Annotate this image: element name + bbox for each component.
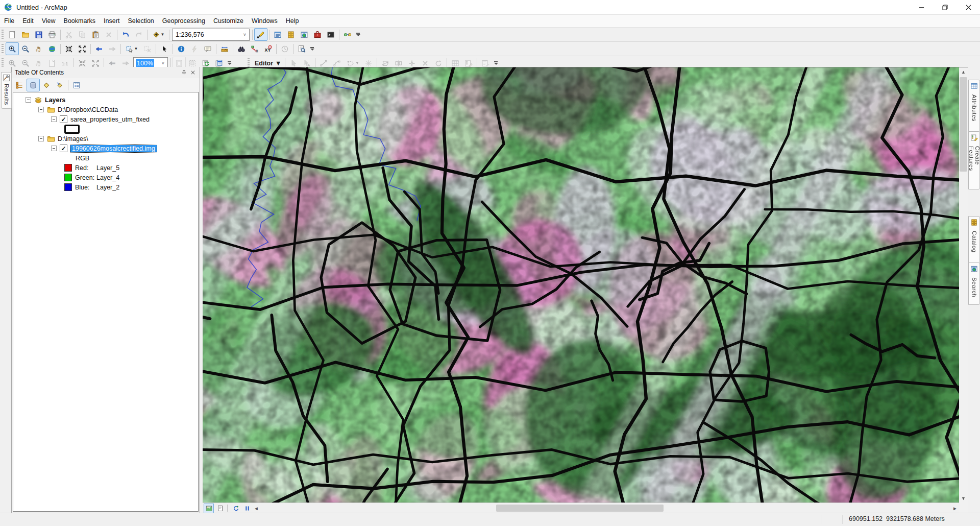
tree-row-layers[interactable]: Layers xyxy=(13,95,198,105)
undo-button[interactable] xyxy=(119,28,132,41)
pause-drawing-button[interactable] xyxy=(242,504,252,513)
vscroll-up-arrow[interactable]: ▲ xyxy=(959,67,968,76)
list-by-visibility-button[interactable] xyxy=(40,79,53,91)
hscroll-right-arrow[interactable]: ► xyxy=(951,504,959,512)
go-to-xy-button[interactable]: XY xyxy=(261,42,275,55)
list-by-drawing-order-button[interactable] xyxy=(13,79,27,91)
collapse-icon[interactable] xyxy=(51,116,57,122)
measure-button[interactable] xyxy=(218,42,231,55)
vertical-scrollbar[interactable]: ▲ ▼ xyxy=(959,67,968,513)
toolbar-overflow-button[interactable] xyxy=(309,43,315,55)
dock-tab-create-features[interactable]: Create Features xyxy=(968,131,980,189)
search-window-button[interactable] xyxy=(298,28,311,41)
menu-customize[interactable]: Customize xyxy=(209,16,248,26)
time-slider-button[interactable] xyxy=(278,42,291,55)
full-extent-button[interactable] xyxy=(45,42,59,55)
clear-selected-features-button[interactable] xyxy=(141,42,154,55)
add-data-button[interactable]: ▼ xyxy=(149,28,167,41)
table-of-contents-window-button[interactable] xyxy=(271,28,284,41)
open-button[interactable] xyxy=(19,28,32,41)
refresh-view-button[interactable] xyxy=(231,504,241,513)
menu-insert[interactable]: Insert xyxy=(100,16,124,26)
raster-layer-label-selected[interactable]: 19960626mosaicrectified.img xyxy=(70,145,157,152)
menu-edit[interactable]: Edit xyxy=(18,16,38,26)
vscroll-down-arrow[interactable]: ▼ xyxy=(959,494,968,503)
layer-checkbox[interactable]: ✓ xyxy=(60,145,67,152)
identify-button[interactable] xyxy=(175,42,188,55)
toc-close-icon[interactable] xyxy=(188,68,198,77)
delete-button[interactable] xyxy=(102,28,115,41)
menu-view[interactable]: View xyxy=(38,16,60,26)
html-popup-button[interactable] xyxy=(201,42,214,55)
tree-row-sarea-properties[interactable]: ✓ sarea_properties_utm_fixed xyxy=(13,114,198,124)
toolbar-overflow-button[interactable] xyxy=(355,29,361,40)
list-by-source-button[interactable] xyxy=(27,79,40,91)
tree-row-raster-layer[interactable]: ✓ 19960626mosaicrectified.img xyxy=(13,144,198,153)
menu-help[interactable]: Help xyxy=(282,16,303,26)
map-scale-combo[interactable]: 1:236,576˅ xyxy=(172,29,250,41)
pin-icon[interactable] xyxy=(179,68,188,77)
menu-selection[interactable]: Selection xyxy=(124,16,158,26)
go-forward-extent-button[interactable] xyxy=(106,42,119,55)
hscroll-thumb[interactable] xyxy=(496,505,664,512)
red-swatch[interactable] xyxy=(64,164,72,172)
copy-button[interactable] xyxy=(76,28,89,41)
collapse-icon[interactable] xyxy=(26,97,31,103)
close-button[interactable] xyxy=(957,0,980,14)
python-window-button[interactable] xyxy=(324,28,337,41)
modelbuilder-button[interactable] xyxy=(341,28,354,41)
tree-row-folder-images[interactable]: D:\images\ xyxy=(13,134,198,144)
horizontal-scrollbar[interactable] xyxy=(260,504,951,512)
select-elements-button[interactable] xyxy=(158,42,171,55)
print-button[interactable] xyxy=(45,28,59,41)
go-back-extent-button[interactable] xyxy=(92,42,106,55)
blue-swatch[interactable] xyxy=(64,183,72,191)
redo-button[interactable] xyxy=(132,28,145,41)
results-tab[interactable]: Results xyxy=(1,72,12,109)
green-swatch[interactable] xyxy=(64,174,72,181)
map-canvas[interactable] xyxy=(203,67,959,503)
hscroll-left-arrow[interactable]: ◄ xyxy=(252,504,260,512)
viewer-window-button[interactable] xyxy=(295,42,308,55)
tree-row-polygon-symbol[interactable] xyxy=(13,124,198,134)
list-by-selection-button[interactable] xyxy=(53,79,66,91)
menu-bookmarks[interactable]: Bookmarks xyxy=(60,16,100,26)
dock-tab-search[interactable]: Search xyxy=(968,262,980,305)
dock-tab-catalog[interactable]: Catalog xyxy=(968,216,980,264)
toc-options-button[interactable] xyxy=(70,79,83,91)
hyperlink-button[interactable] xyxy=(188,42,201,55)
minimize-button[interactable] xyxy=(910,0,933,14)
select-features-button[interactable]: ▼ xyxy=(122,42,141,55)
collapse-icon[interactable] xyxy=(51,146,57,151)
chevron-down-icon[interactable]: ˅ xyxy=(240,29,249,40)
restore-button[interactable] xyxy=(933,0,957,14)
dock-tab-attributes[interactable]: Attributes xyxy=(968,80,980,133)
editor-menu[interactable]: Editor▼ xyxy=(252,60,283,67)
pan-button[interactable] xyxy=(32,42,45,55)
collapse-icon[interactable] xyxy=(38,107,44,112)
new-map-file-button[interactable] xyxy=(6,28,19,41)
menu-geoprocessing[interactable]: Geoprocessing xyxy=(158,16,209,26)
fixed-zoom-in-button[interactable] xyxy=(62,42,76,55)
layout-view-button[interactable] xyxy=(215,504,225,513)
toolbar-grip[interactable] xyxy=(2,30,4,39)
fixed-zoom-out-button[interactable] xyxy=(76,42,89,55)
editor-toolbar-toggle-button[interactable] xyxy=(254,28,267,41)
find-button[interactable] xyxy=(235,42,248,55)
find-route-button[interactable] xyxy=(248,42,261,55)
polygon-outline-symbol[interactable] xyxy=(64,125,80,134)
save-button[interactable] xyxy=(32,28,45,41)
paste-button[interactable] xyxy=(89,28,102,41)
layer-checkbox[interactable]: ✓ xyxy=(60,115,67,123)
menu-file[interactable]: File xyxy=(0,16,18,26)
arctoolbox-window-button[interactable] xyxy=(311,28,324,41)
toolbar-grip[interactable] xyxy=(2,44,4,54)
data-view-button[interactable] xyxy=(204,504,214,513)
catalog-window-button[interactable] xyxy=(284,28,298,41)
vscroll-thumb[interactable] xyxy=(960,77,967,172)
tree-row-folder-clcdata[interactable]: D:\Dropbox\CLCData xyxy=(13,105,198,114)
collapse-icon[interactable] xyxy=(38,136,44,141)
zoom-out-button[interactable] xyxy=(19,42,32,55)
cut-button[interactable] xyxy=(62,28,76,41)
zoom-in-button[interactable] xyxy=(6,42,19,55)
